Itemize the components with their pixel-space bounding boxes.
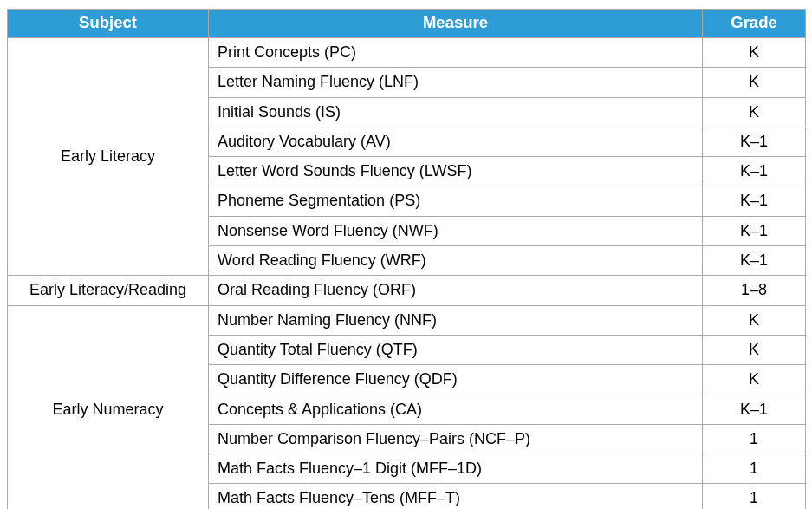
measure-cell: Print Concepts (PC) (209, 38, 703, 68)
measure-cell: Number Comparison Fluency–Pairs (NCF–P) (209, 424, 703, 454)
grade-cell: K–1 (703, 246, 806, 276)
measure-cell: Oral Reading Fluency (ORF) (209, 276, 703, 305)
subject-cell: Early Literacy/Reading (8, 276, 209, 305)
table-row: Early LiteracyPrint Concepts (PC)K (8, 38, 806, 68)
header-subject: Subject (8, 10, 209, 38)
measure-cell: Letter Word Sounds Fluency (LWSF) (209, 157, 703, 186)
measure-cell: Initial Sounds (IS) (209, 97, 703, 127)
table-header-row: Subject Measure Grade (8, 10, 806, 38)
table-row: Early NumeracyNumber Naming Fluency (NNF… (8, 305, 806, 335)
grade-cell: K (703, 97, 806, 127)
measure-cell: Auditory Vocabulary (AV) (209, 127, 703, 156)
measure-cell: Phoneme Segmentation (PS) (209, 186, 703, 216)
grade-cell: K (703, 38, 806, 68)
grade-cell: K–1 (703, 186, 806, 216)
measure-cell: Math Facts Fluency–Tens (MFF–T) (209, 484, 703, 509)
subject-cell: Early Literacy (8, 38, 209, 276)
grade-cell: 1 (703, 484, 806, 509)
measures-table: Subject Measure Grade Early LiteracyPrin… (7, 9, 806, 509)
grade-cell: K (703, 335, 806, 364)
grade-cell: 1 (703, 454, 806, 484)
table-body: Early LiteracyPrint Concepts (PC)KLetter… (8, 38, 806, 510)
grade-cell: K–1 (703, 127, 806, 156)
grade-cell: K–1 (703, 216, 806, 245)
grade-cell: 1 (703, 424, 806, 454)
subject-cell: Early Numeracy (8, 305, 209, 509)
table-row: Early Literacy/ReadingOral Reading Fluen… (8, 276, 806, 305)
grade-cell: K (703, 305, 806, 335)
grade-cell: K–1 (703, 157, 806, 186)
measure-cell: Number Naming Fluency (NNF) (209, 305, 703, 335)
measure-cell: Nonsense Word Fluency (NWF) (209, 216, 703, 245)
grade-cell: K–1 (703, 395, 806, 424)
measure-cell: Letter Naming Fluency (LNF) (209, 68, 703, 97)
header-grade: Grade (703, 10, 806, 38)
grade-cell: K (703, 68, 806, 97)
header-measure: Measure (209, 10, 703, 38)
measure-cell: Math Facts Fluency–1 Digit (MFF–1D) (209, 454, 703, 484)
measure-cell: Quantity Total Fluency (QTF) (209, 335, 703, 364)
measure-cell: Quantity Difference Fluency (QDF) (209, 365, 703, 395)
grade-cell: K (703, 365, 806, 395)
grade-cell: 1–8 (703, 276, 806, 305)
measure-cell: Word Reading Fluency (WRF) (209, 246, 703, 276)
measure-cell: Concepts & Applications (CA) (209, 395, 703, 424)
